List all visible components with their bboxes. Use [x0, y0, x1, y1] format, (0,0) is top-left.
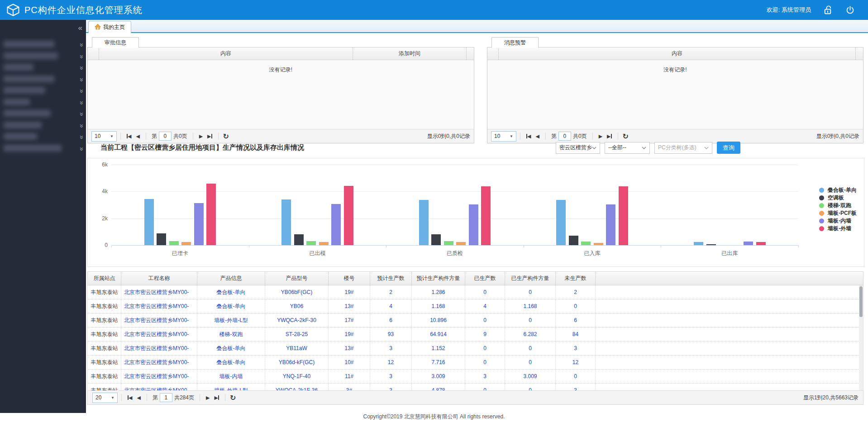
sidebar-menu-item[interactable]: »	[0, 120, 86, 131]
approval-tab[interactable]: 审批信息	[92, 37, 139, 48]
expand-submenu-icon[interactable]: »	[78, 124, 86, 127]
prev-page-button[interactable]: ◀	[535, 133, 539, 139]
table-row[interactable]: 丰旭东泰站北京市密云区檀营乡MY00-叠合板-单向YB0613#41.16841…	[88, 299, 863, 313]
sidebar-menu-item[interactable]: »	[0, 51, 86, 62]
legend-item[interactable]: 墙板-外墙	[819, 225, 857, 232]
legend-item[interactable]: 楼梯-双跑	[819, 202, 857, 209]
x-axis-category-label: 已入库	[524, 250, 661, 257]
alerts-tab[interactable]: 消息预警	[491, 37, 539, 48]
table-row[interactable]: 丰旭东泰站北京市密云区檀营乡MY00-叠合板-单向YB06bF(GC)19#21…	[88, 285, 863, 299]
table-vertical-scrollbar[interactable]	[859, 285, 863, 390]
column-header[interactable]: 预计生产数	[370, 272, 412, 285]
app-title: PC构件企业信息化管理系统	[24, 4, 143, 16]
table-row[interactable]: 丰旭东泰站北京市密云区檀营乡MY00-楼梯-双跑ST-28-2519#9364.…	[88, 327, 863, 341]
expand-submenu-icon[interactable]: »	[78, 101, 86, 104]
sidebar-menu-item[interactable]: »	[0, 97, 86, 108]
column-header[interactable]: 所属站点	[88, 272, 121, 285]
refresh-icon[interactable]: ↻	[230, 394, 236, 402]
power-icon[interactable]	[845, 5, 855, 15]
x-axis-category-label: 已出模	[249, 250, 386, 257]
table-row[interactable]: 丰旭东泰站北京市密云区檀营乡MY00-叠合板-单向YB11aW13#31.152…	[88, 341, 863, 356]
tab-home[interactable]: 我的主页	[88, 21, 131, 33]
table-row[interactable]: 丰旭东泰站北京市密云区檀营乡MY00-墙板-外墙-L型YWQCA-2k1F-36…	[88, 384, 863, 390]
prev-page-button[interactable]: ◀	[136, 133, 139, 139]
refresh-icon[interactable]: ↻	[223, 132, 229, 141]
site-select[interactable]: 密云区檀营乡	[556, 142, 600, 154]
expand-submenu-icon[interactable]: »	[78, 78, 86, 81]
table-cell: 3	[556, 341, 596, 355]
column-header[interactable]: 产品型号	[265, 272, 329, 285]
sidebar-menu-item[interactable]: »	[0, 74, 86, 85]
table-cell: 12	[370, 356, 412, 369]
column-header-addtime[interactable]: 添加时间	[353, 47, 467, 60]
next-page-button[interactable]: ▶	[199, 133, 203, 139]
prev-page-button[interactable]: ◀	[137, 395, 140, 401]
query-button[interactable]: 查询	[717, 142, 740, 154]
last-page-button[interactable]: ▶	[207, 133, 212, 139]
legend-item[interactable]: 空调板	[819, 194, 857, 202]
page-number-input[interactable]	[558, 132, 571, 141]
sidebar-menu-item[interactable]: »	[0, 85, 86, 96]
column-header[interactable]: 已生产数	[465, 272, 505, 285]
column-header[interactable]: 楼号	[329, 272, 370, 285]
category-select[interactable]: --全部--	[605, 142, 650, 154]
sidebar-item-label-blurred	[4, 76, 54, 82]
sidebar-menu-item[interactable]: »	[0, 143, 86, 154]
expand-submenu-icon[interactable]: »	[78, 66, 86, 69]
column-header[interactable]: 预计生产构件方量	[412, 272, 465, 285]
chart-bar	[319, 242, 329, 245]
table-cell: 3#	[329, 384, 370, 390]
approval-grid-header: 内容 添加时间	[88, 47, 474, 60]
chart-bar	[181, 242, 191, 245]
table-body: 丰旭东泰站北京市密云区檀营乡MY00-叠合板-单向YB06bF(GC)19#21…	[87, 285, 863, 390]
table-row[interactable]: 丰旭东泰站北京市密云区檀营乡MY00-叠合板-单向YB06d-kF(GC)10#…	[88, 356, 863, 370]
table-cell: 丰旭东泰站	[88, 384, 121, 390]
last-page-button[interactable]: ▶	[214, 395, 219, 401]
last-page-button[interactable]: ▶	[607, 133, 611, 139]
table-cell: 0	[505, 285, 556, 299]
table-cell: 北京市密云区檀营乡MY00-	[121, 356, 197, 369]
column-header[interactable]: 已生产构件方量	[505, 272, 556, 285]
scrollbar-thumb[interactable]	[859, 286, 863, 317]
sidebar-menu-item[interactable]: »	[0, 62, 86, 73]
sidebar-menu-item[interactable]: »	[0, 39, 86, 50]
unlock-icon[interactable]	[823, 5, 833, 15]
expand-submenu-icon[interactable]: »	[78, 135, 86, 138]
table-cell: 6.282	[505, 327, 556, 341]
table-cell: 叠合板-单向	[197, 341, 265, 355]
pager-separator	[120, 133, 121, 140]
page-size-select[interactable]: 20 ▼	[92, 393, 118, 403]
chart-bar	[444, 241, 453, 245]
first-page-button[interactable]: ◀	[526, 133, 531, 139]
legend-item[interactable]: 墙板-内墙	[819, 217, 857, 225]
page-number-input[interactable]	[159, 132, 172, 141]
column-header[interactable]: 产品信息	[197, 272, 265, 285]
next-page-button[interactable]: ▶	[599, 133, 602, 139]
next-page-button[interactable]: ▶	[206, 395, 210, 401]
expand-submenu-icon[interactable]: »	[78, 89, 86, 92]
first-page-button[interactable]: ◀	[127, 133, 131, 139]
sidebar-menu-item[interactable]: »	[0, 109, 86, 119]
table-row[interactable]: 丰旭东泰站北京市密云区檀营乡MY00-墙板-内墙YNQ-1F-4011#33.0…	[88, 370, 863, 384]
column-header[interactable]: 未生产数	[556, 272, 596, 285]
expand-submenu-icon[interactable]: »	[78, 43, 86, 46]
table-row[interactable]: 丰旭东泰站北京市密云区檀营乡MY00-墙板-外墙-L型YWQCA-2kF-301…	[88, 313, 863, 327]
table-cell: 0	[465, 341, 505, 355]
first-page-button[interactable]: ◀	[128, 395, 132, 401]
expand-submenu-icon[interactable]: »	[78, 55, 86, 57]
table-cell: 北京市密云区檀营乡MY00-	[121, 341, 197, 355]
column-header[interactable]: 工程名称	[121, 272, 197, 285]
expand-submenu-icon[interactable]: »	[78, 147, 86, 150]
column-header-content[interactable]: 内容	[99, 47, 353, 60]
sidebar-menu-item[interactable]: »	[0, 132, 86, 142]
column-header-filler	[596, 272, 863, 285]
page-number-input[interactable]	[160, 393, 172, 402]
legend-item[interactable]: 墙板-PCF板	[819, 209, 857, 217]
table-cell: 3	[556, 384, 596, 390]
refresh-icon[interactable]: ↻	[623, 132, 629, 141]
expand-submenu-icon[interactable]: »	[78, 112, 86, 115]
collapse-sidebar-icon[interactable]: «	[78, 24, 82, 33]
column-header-content[interactable]: 内容	[499, 47, 856, 60]
pc-tree-multiselect[interactable]: PC分类树(多选)	[654, 142, 712, 154]
legend-item[interactable]: 叠合板-单向	[819, 186, 857, 194]
